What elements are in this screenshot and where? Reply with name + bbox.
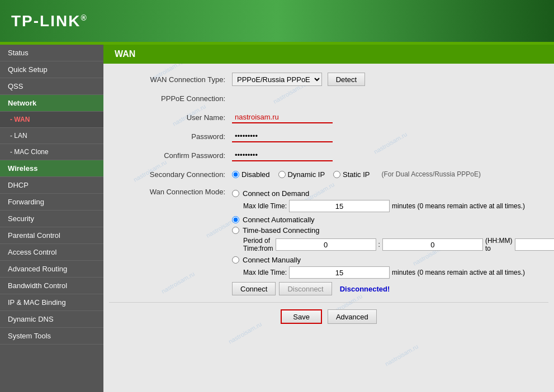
username-label: User Name: (109, 113, 232, 122)
connect-on-demand-label: Connect on Demand (243, 189, 309, 198)
wan-mode-options: Connect on Demand Max Idle Time: minutes… (232, 189, 554, 295)
confirm-password-label: Confirm Password: (109, 151, 232, 160)
confirm-password-input[interactable] (232, 149, 333, 161)
password-control (232, 130, 548, 142)
time-based-row: Time-based Connecting (232, 226, 554, 235)
sidebar-item-status[interactable]: Status (0, 45, 103, 61)
secondary-dynamic-radio[interactable] (278, 171, 286, 178)
sidebar-item-parental-control[interactable]: Parental Control (0, 227, 103, 244)
secondary-disabled-label: Disabled (242, 170, 270, 179)
pppoe-label-row: PPPoE Connection: (109, 91, 548, 106)
max-idle-time1-note: minutes (0 means remain active at all ti… (392, 202, 525, 210)
sidebar-item-dhcp[interactable]: DHCP (0, 177, 103, 194)
sidebar-item-quick-setup[interactable]: Quick Setup (0, 61, 103, 78)
password-label: Password: (109, 132, 232, 141)
pppoe-connection-label: PPPoE Connection: (109, 94, 232, 103)
connect-on-demand-radio[interactable] (232, 190, 239, 197)
secondary-dynamic-label: Dynamic IP (288, 170, 325, 179)
header: TP-LINK® (0, 0, 554, 42)
advanced-button[interactable]: Advanced (328, 309, 377, 324)
max-idle-time1-label: Max Idle Time: (243, 202, 287, 210)
connect-button[interactable]: Connect (232, 282, 276, 295)
max-idle-time2-label: Max Idle Time: (243, 269, 287, 276)
max-idle-time2-input[interactable] (289, 266, 390, 279)
secondary-note: (For Dual Access/Russia PPPoE) (381, 170, 480, 178)
sidebar-item-ip-mac-binding[interactable]: IP & MAC Binding (0, 294, 103, 311)
wan-type-row: WAN Connection Type: PPPoE/Russia PPPoE … (109, 72, 548, 87)
disconnected-status: Disconnected! (340, 285, 390, 293)
secondary-disabled-radio[interactable] (232, 171, 239, 178)
detect-button[interactable]: Detect (328, 73, 366, 86)
confirm-password-control (232, 149, 548, 161)
sidebar-item-qss[interactable]: QSS (0, 78, 103, 95)
secondary-connection-label: Secondary Connection: (109, 170, 232, 179)
save-button[interactable]: Save (281, 309, 322, 324)
confirm-password-row: Confirm Password: (109, 148, 548, 162)
sidebar-item-advanced-routing[interactable]: Advanced Routing (0, 261, 103, 278)
wan-mode-label: Wan Connection Mode: (109, 186, 232, 196)
hhmm1-label: (HH:MM) to (485, 237, 513, 252)
wan-type-label: WAN Connection Type: (109, 75, 232, 84)
username-row: User Name: (109, 110, 548, 125)
username-input[interactable] (232, 111, 333, 123)
bottom-buttons: Save Advanced (109, 309, 548, 329)
max-idle-time1-row: Max Idle Time: minutes (0 means remain a… (232, 200, 554, 212)
sidebar-item-security[interactable]: Security (0, 211, 103, 227)
secondary-disabled-option: Disabled (232, 170, 270, 179)
connect-manually-radio[interactable] (232, 256, 239, 264)
sidebar-item-system-tools[interactable]: System Tools (0, 328, 103, 345)
max-idle-time2-row: Max Idle Time: minutes (0 means remain a… (232, 266, 554, 279)
secondary-connection-options: Disabled Dynamic IP Static IP (For Dual … (232, 170, 548, 179)
wan-form: WAN Connection Type: PPPoE/Russia PPPoE … (109, 72, 548, 329)
logo: TP-LINK® (11, 12, 88, 30)
sidebar-item-dynamic-dns[interactable]: Dynamic DNS (0, 311, 103, 328)
password-input[interactable] (232, 130, 333, 142)
connect-manually-label: Connect Manually (243, 256, 301, 264)
secondary-static-radio[interactable] (333, 171, 340, 178)
connect-on-demand-row: Connect on Demand (232, 189, 554, 198)
connect-auto-label: Connect Automatically (243, 216, 315, 224)
secondary-dynamic-ip-option: Dynamic IP (278, 170, 325, 179)
sidebar-item-forwarding[interactable]: Forwarding (0, 194, 103, 211)
sidebar-item-network[interactable]: Network (0, 95, 103, 112)
wan-mode-row: Wan Connection Mode: Connect on Demand M… (109, 186, 548, 295)
connect-disconnect-row: Connect Disconnect Disconnected! (232, 282, 554, 295)
connect-auto-row: Connect Automatically (232, 216, 554, 224)
divider (109, 302, 548, 303)
wan-connection-type-select[interactable]: PPPoE/Russia PPPoE (232, 73, 322, 86)
max-idle-time2-note: minutes (0 means remain active at all ti… (392, 269, 525, 276)
secondary-connection-row: Secondary Connection: Disabled Dynamic I… (109, 167, 548, 181)
sidebar-item-access-control[interactable]: Access Control (0, 244, 103, 261)
sidebar-item-wireless[interactable]: Wireless (0, 160, 103, 177)
main-layout: Status Quick Setup QSS Network - WAN - L… (0, 45, 554, 392)
wan-type-control: PPPoE/Russia PPPoE Detect (232, 73, 548, 86)
sidebar-item-wan[interactable]: - WAN (0, 112, 103, 128)
time-from-h-input[interactable] (276, 238, 376, 251)
page-title: WAN (103, 45, 554, 64)
time-to-h-input[interactable] (515, 238, 554, 251)
time-based-radio[interactable] (232, 227, 239, 234)
content-inner: WAN Connection Type: PPPoE/Russia PPPoE … (103, 72, 554, 335)
sidebar-item-mac-clone[interactable]: - MAC Clone (0, 144, 103, 160)
time-from-m-input[interactable] (382, 238, 483, 251)
sidebar-item-bandwidth-control[interactable]: Bandwidth Control (0, 278, 103, 294)
password-row: Password: (109, 129, 548, 144)
connect-auto-radio[interactable] (232, 216, 239, 223)
max-idle-time1-input[interactable] (289, 200, 390, 212)
sidebar-item-lan[interactable]: - LAN (0, 128, 103, 144)
colon1: : (378, 241, 380, 248)
time-based-label: Time-based Connecting (243, 226, 320, 235)
secondary-static-ip-option: Static IP (333, 170, 370, 179)
connect-manually-row: Connect Manually (232, 256, 554, 264)
sidebar: Status Quick Setup QSS Network - WAN - L… (0, 45, 103, 392)
period-row: Period of Time:from : (HH:MM) to : (HH:M… (232, 237, 554, 252)
disconnect-button[interactable]: Disconnect (279, 282, 332, 295)
username-control (232, 111, 548, 123)
secondary-static-label: Static IP (343, 170, 370, 179)
content-area: nastroisam.ru nastroisam.ru nastroisam.r… (103, 45, 554, 392)
period-label: Period of Time:from (243, 237, 273, 252)
